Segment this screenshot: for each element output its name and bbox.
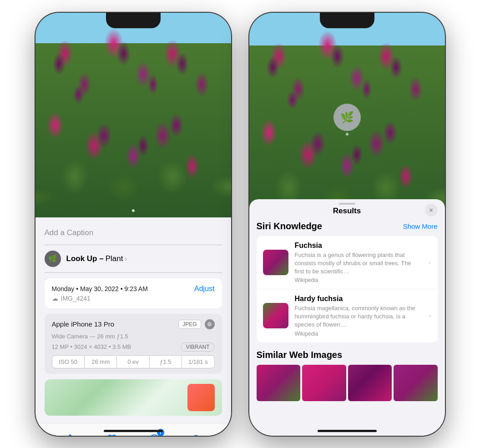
- lookup-icon: 🌿: [45, 251, 61, 267]
- fuchsia-desc: Fuchsia is a genus of flowering plants t…: [295, 251, 423, 276]
- hardy-thumbnail: [263, 303, 288, 328]
- similar-section-header: Similar Web Images: [257, 350, 438, 360]
- meta-section: Monday • May 30, 2022 • 9:23 AM Adjust ☁…: [45, 278, 222, 308]
- gear-icon[interactable]: ⚙: [205, 319, 215, 329]
- lookup-row[interactable]: 🌿 Look Up – Plant ›: [45, 245, 222, 273]
- device-badges: JPEG ⚙: [178, 319, 214, 329]
- right-flower-photo: 🌿: [249, 13, 445, 231]
- device-section: Apple iPhone 13 Pro JPEG ⚙ Wide Camera —…: [45, 314, 222, 374]
- exif-shutter: 1/181 s: [182, 356, 214, 368]
- hardy-desc: Fuchsia magellanica, commonly known as t…: [295, 304, 423, 329]
- results-content: Siri Knowledge Show More Fuchsia Fuchsia…: [249, 221, 445, 432]
- map-thumbnail: [187, 384, 215, 411]
- show-more-button[interactable]: Show More: [403, 222, 438, 230]
- results-title: Results: [333, 206, 361, 216]
- siri-knowledge-title: Siri Knowledge: [257, 221, 322, 232]
- siri-bubble: 🌿: [333, 104, 361, 131]
- filename-text: IMG_4241: [61, 295, 91, 302]
- right-home-indicator: [318, 430, 377, 432]
- flower-photo[interactable]: [35, 13, 231, 217]
- left-phone: Add a Caption 🌿 Look Up – Plant › Monday…: [35, 13, 231, 436]
- hardy-name: Hardy fuchsia: [295, 295, 423, 303]
- info-panel: Add a Caption 🌿 Look Up – Plant › Monday…: [35, 217, 231, 423]
- vibrant-badge: VIBRANT: [181, 342, 214, 352]
- siri-section-header: Siri Knowledge Show More: [257, 221, 438, 232]
- exif-row: ISO 50 26 mm 0 ev ƒ1.5 1/181 s: [52, 355, 215, 368]
- right-phone-screen: 🌿 Results × Siri Knowledge Show More: [249, 13, 445, 436]
- meta-date: Monday • May 30, 2022 • 9:23 AM: [52, 285, 148, 292]
- share-button[interactable]: [62, 431, 78, 436]
- results-close-button[interactable]: ×: [425, 204, 438, 216]
- format-badge: JPEG: [178, 320, 201, 329]
- camera-specs: Wide Camera — 26 mm ƒ1.5: [52, 333, 215, 340]
- lookup-label-plant: Plant: [106, 254, 123, 263]
- similar-img-1[interactable]: [257, 365, 301, 401]
- lookup-chevron: ›: [125, 255, 127, 262]
- lookup-label: Look Up – Plant ›: [66, 254, 127, 263]
- exif-iso: ISO 50: [52, 356, 85, 368]
- results-header: Results ×: [249, 199, 445, 221]
- fuchsia-thumbnail: [263, 250, 288, 275]
- results-panel: Results × Siri Knowledge Show More Fuch: [249, 199, 445, 436]
- fuchsia-source: Wikipedia: [295, 277, 423, 283]
- knowledge-item-hardy[interactable]: Hardy fuchsia Fuchsia magellanica, commo…: [257, 289, 438, 342]
- similar-images: [257, 365, 438, 401]
- meta-date-row: Monday • May 30, 2022 • 9:23 AM Adjust: [52, 285, 215, 293]
- bottom-toolbar: i: [35, 423, 231, 436]
- photo-indicator: [132, 209, 135, 212]
- device-row: Apple iPhone 13 Pro JPEG ⚙: [52, 319, 215, 329]
- home-indicator: [104, 430, 163, 432]
- adjust-button[interactable]: Adjust: [194, 285, 214, 293]
- similar-img-2[interactable]: [302, 365, 346, 401]
- left-phone-screen: Add a Caption 🌿 Look Up – Plant › Monday…: [35, 13, 231, 436]
- knowledge-item-fuchsia[interactable]: Fuchsia Fuchsia is a genus of flowering …: [257, 236, 438, 290]
- lookup-label-bold: Look Up –: [66, 254, 104, 263]
- similar-img-3[interactable]: [348, 365, 392, 401]
- fuchsia-chevron: ›: [429, 258, 431, 267]
- device-name: Apple iPhone 13 Pro: [52, 320, 115, 328]
- hardy-source: Wikipedia: [295, 331, 423, 337]
- caption-input[interactable]: Add a Caption: [45, 225, 222, 245]
- right-phone: 🌿 Results × Siri Knowledge Show More: [249, 13, 445, 436]
- hardy-chevron: ›: [429, 312, 431, 320]
- map-section[interactable]: [45, 379, 222, 416]
- leaf-icon: 🌿: [48, 254, 57, 263]
- similar-img-4[interactable]: [394, 365, 438, 401]
- meta-filename: ☁ IMG_4241: [52, 295, 215, 302]
- fuchsia-name: Fuchsia: [295, 242, 423, 250]
- hardy-text: Hardy fuchsia Fuchsia magellanica, commo…: [295, 295, 423, 337]
- exif-focal: 26 mm: [85, 356, 117, 368]
- exif-ev: 0 ev: [117, 356, 149, 368]
- siri-dot: [346, 133, 349, 136]
- knowledge-card: Fuchsia Fuchsia is a genus of flowering …: [257, 236, 438, 342]
- cloud-icon: ☁: [52, 295, 58, 302]
- delete-button[interactable]: [188, 431, 204, 436]
- exif-aperture: ƒ1.5: [150, 356, 182, 368]
- fuchsia-text: Fuchsia Fuchsia is a genus of flowering …: [295, 242, 423, 284]
- file-specs-text: 12 MP • 3024 × 4032 • 3.5 MB: [52, 343, 131, 350]
- file-specs: 12 MP • 3024 × 4032 • 3.5 MB VIBRANT: [52, 342, 215, 352]
- svg-point-1: [150, 435, 158, 436]
- similar-title: Similar Web Images: [257, 350, 343, 360]
